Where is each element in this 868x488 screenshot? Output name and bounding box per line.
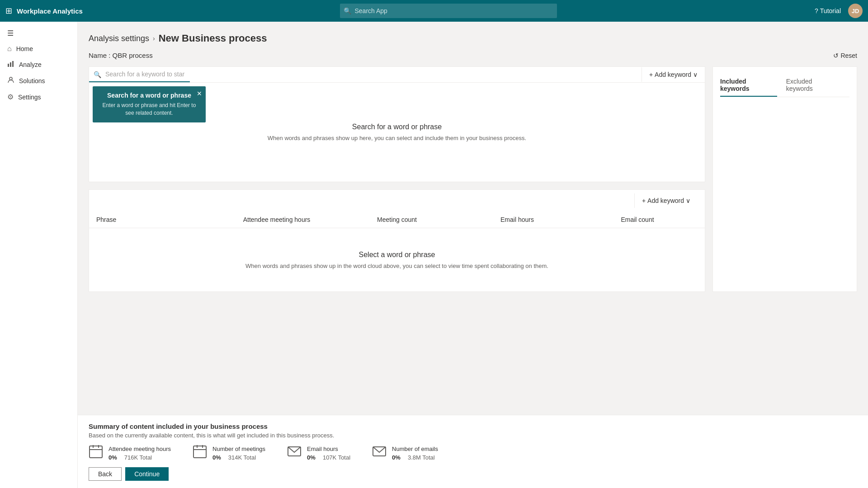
col-phrase: Phrase: [96, 216, 217, 223]
email-hours-icon: [287, 444, 302, 462]
reset-button[interactable]: ↺ Reset: [833, 52, 857, 59]
svg-rect-8: [193, 446, 206, 458]
reset-icon: ↺: [833, 52, 839, 59]
breadcrumb-chevron: ›: [153, 35, 155, 42]
meetings-name: Number of meetings: [212, 446, 265, 452]
tutorial-button[interactable]: ? Tutorial: [815, 7, 841, 14]
right-tabs: Included keywords Excluded keywords: [720, 74, 849, 97]
email-hours-total: 107K Total: [323, 454, 350, 461]
sidebar-item-label: Settings: [18, 94, 41, 101]
attendee-hours-name: Attendee meeting hours: [108, 446, 171, 452]
avatar[interactable]: JD: [848, 4, 863, 18]
reset-label: Reset: [840, 52, 857, 59]
tutorial-label: Tutorial: [820, 7, 841, 14]
solutions-icon: [7, 76, 14, 85]
svg-rect-1: [10, 62, 11, 67]
email-hours-pct: 0%: [307, 454, 316, 461]
emails-name: Number of emails: [392, 446, 438, 452]
settings-icon: ⚙: [7, 93, 14, 101]
col-email-count: Email count: [577, 216, 698, 223]
word-cloud-area: Search for a word or phrase Enter a word…: [89, 83, 705, 182]
second-add-keyword-label: Add keyword: [647, 197, 684, 204]
tooltip-box: Search for a word or phrase Enter a word…: [93, 86, 206, 122]
meetings-info: Number of meetings 0% 314K Total: [212, 446, 265, 461]
word-cloud-title: Search for a word or phrase: [352, 123, 442, 131]
search-row: 🔍 + Add keyword ∨: [89, 66, 705, 83]
summary-description: Based on the currently available content…: [89, 432, 857, 439]
table-header: Phrase Attendee meeting hours Meeting co…: [89, 211, 705, 228]
search-area: 🔍: [83, 4, 815, 18]
apps-icon[interactable]: ⊞: [5, 6, 12, 16]
name-row: Name : QBR process ↺ Reset: [89, 52, 857, 59]
email-hours-info: Email hours 0% 107K Total: [307, 446, 350, 461]
tab-included-keywords[interactable]: Included keywords: [720, 74, 777, 97]
breadcrumb-current: New Business process: [159, 33, 267, 44]
continue-button[interactable]: Continue: [125, 467, 169, 481]
attendee-hours-icon: [89, 444, 103, 462]
action-buttons: Back Continue: [89, 467, 857, 481]
tooltip-title: Search for a word or phrase: [99, 92, 199, 99]
breadcrumb-parent[interactable]: Analysis settings: [89, 34, 149, 43]
tutorial-icon: ?: [815, 7, 818, 14]
word-cloud-description: When words and phrases show up here, you…: [268, 135, 526, 141]
meetings-values: 0% 314K Total: [212, 454, 265, 461]
attendee-hours-info: Attendee meeting hours 0% 716K Total: [108, 446, 171, 461]
summary-metrics-row: Attendee meeting hours 0% 716K Total Num…: [89, 444, 857, 462]
metric-attendee-hours: Attendee meeting hours 0% 716K Total: [89, 444, 171, 462]
sidebar-item-label: Solutions: [19, 77, 45, 84]
metric-meetings: Number of meetings 0% 314K Total: [193, 444, 265, 462]
app-title: Workplace Analytics: [17, 7, 83, 15]
svg-rect-0: [8, 64, 9, 67]
sidebar-item-label: Home: [16, 45, 33, 52]
back-button[interactable]: Back: [89, 467, 122, 481]
email-hours-values: 0% 107K Total: [307, 454, 350, 461]
sidebar-item-solutions[interactable]: Solutions: [0, 73, 77, 89]
meetings-total: 314K Total: [228, 454, 256, 461]
svg-rect-2: [12, 61, 14, 67]
sidebar-item-settings[interactable]: ⚙ Settings: [0, 89, 77, 105]
add-keyword-chevron-icon: ∨: [693, 71, 698, 78]
svg-point-3: [9, 77, 12, 80]
topbar-right: ? Tutorial JD: [815, 4, 863, 18]
emails-pct: 0%: [392, 454, 401, 461]
breadcrumb: Analysis settings › New Business process: [89, 33, 857, 44]
summary-title: Summary of content included in your busi…: [89, 422, 857, 430]
sidebar-item-home[interactable]: ⌂ Home: [0, 41, 77, 56]
attendee-hours-values: 0% 716K Total: [108, 454, 171, 461]
table-empty-title: Select a word or phrase: [359, 251, 435, 259]
col-attendee-hours: Attendee meeting hours: [217, 216, 337, 223]
left-panel: 🔍 + Add keyword ∨ Search for a word or p…: [89, 66, 705, 292]
analyze-icon: [7, 60, 14, 69]
process-name-label: Name : QBR process: [89, 52, 153, 59]
second-add-keyword-button[interactable]: + Add keyword ∨: [634, 193, 698, 208]
emails-total: 3.8M Total: [408, 454, 435, 461]
add-keyword-button[interactable]: + Add keyword ∨: [642, 67, 705, 82]
tab-excluded-keywords[interactable]: Excluded keywords: [786, 74, 840, 97]
home-icon: ⌂: [7, 45, 12, 53]
results-table: Phrase Attendee meeting hours Meeting co…: [89, 211, 705, 292]
search-input[interactable]: [340, 4, 557, 18]
second-add-chevron-icon: ∨: [686, 197, 690, 204]
add-keyword-plus-icon: +: [649, 71, 653, 78]
attendee-hours-total: 716K Total: [124, 454, 152, 461]
tooltip-close-button[interactable]: ✕: [197, 90, 202, 97]
summary-bar: Summary of content included in your busi…: [78, 415, 868, 488]
email-hours-name: Email hours: [307, 446, 350, 452]
hamburger-button[interactable]: ☰: [0, 25, 77, 41]
emails-values: 0% 3.8M Total: [392, 454, 438, 461]
add-keyword-label: Add keyword: [655, 71, 691, 78]
topbar: ⊞ Workplace Analytics 🔍 ? Tutorial JD: [0, 0, 868, 22]
emails-icon: [372, 444, 387, 462]
meetings-pct: 0%: [212, 454, 221, 461]
meetings-icon: [193, 444, 207, 462]
svg-rect-4: [90, 446, 102, 458]
col-meeting-count: Meeting count: [337, 216, 457, 223]
table-empty-description: When words and phrases show up in the wo…: [245, 263, 548, 269]
second-search-row: + Add keyword ∨: [89, 189, 705, 211]
content-area: 🔍 + Add keyword ∨ Search for a word or p…: [89, 66, 857, 292]
sidebar-item-analyze[interactable]: Analyze: [0, 56, 77, 73]
keyword-search-input[interactable]: [89, 67, 190, 82]
search-wrap: 🔍: [340, 4, 557, 18]
col-email-hours: Email hours: [457, 216, 577, 223]
sidebar-item-label: Analyze: [19, 61, 42, 68]
